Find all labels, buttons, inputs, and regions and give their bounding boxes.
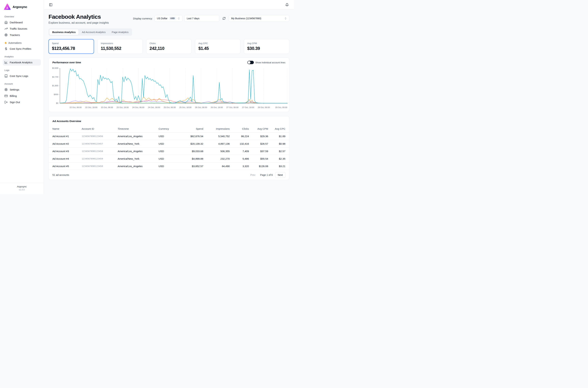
cell-avg-cpm: $126.08	[251, 163, 270, 170]
table-row[interactable]: Ad Account #31234567890123458America/Los…	[49, 147, 289, 155]
business-select[interactable]: My Business (1234567890)	[229, 15, 289, 22]
toggle-knob	[248, 61, 250, 64]
stat-cards: Spend $123,456.78Impressions 11,530,552C…	[49, 39, 289, 54]
column-header-spend: Spend	[178, 125, 205, 133]
page-indicator: Page 1 of 6	[260, 173, 273, 176]
cell-avg-cpm: $55.54	[251, 155, 270, 163]
cell-avg-cpc: $3.21	[270, 163, 289, 170]
cell-name: Ad Account #3	[49, 147, 80, 155]
cell-impressions: 232,270	[205, 155, 231, 163]
ad-accounts-card: Ad Accounts Overview NameAccount IDTimez…	[49, 116, 289, 180]
account-lines-toggle-label: Show individual account lines	[255, 61, 285, 64]
next-page-button[interactable]: Next	[275, 172, 285, 178]
sidebar-item-trackers[interactable]: Trackers	[3, 32, 41, 38]
stat-card-avg-cpc[interactable]: Avg CPC $1.45	[195, 39, 240, 54]
prev-page-button[interactable]: Prev	[248, 172, 258, 178]
column-header-impressions: Impressions	[205, 125, 231, 133]
cell-impressions: 84,490	[205, 163, 231, 170]
sidebar-item-dashboard[interactable]: Dashboard	[3, 19, 41, 25]
nav-section-label-logs: Logs	[3, 69, 41, 72]
notifications-button[interactable]	[284, 2, 290, 8]
sidebar-item-label: Cost Sync Logs	[10, 74, 28, 78]
analytics-tabs: Business AnalyticsAd Account AnalyticsPa…	[49, 28, 132, 36]
stat-card-impressions[interactable]: Impressions 11,530,552	[97, 39, 143, 54]
chart-title: Performance over time	[52, 61, 81, 64]
sidebar-item-facebook-analytics[interactable]: Facebook Analytics	[3, 59, 41, 66]
table-footer: 51 ad accounts Prev Page 1 of 6 Next	[49, 170, 289, 180]
nav-section-label-automations: Automations	[3, 42, 41, 44]
sidebar-item-label: Traffic Sources	[10, 27, 27, 30]
cell-currency: USD	[157, 155, 178, 163]
cell-account-id: 1234567890123456	[80, 133, 116, 140]
page-title: Facebook Analytics	[49, 14, 109, 20]
tab-business-analytics[interactable]: Business Analytics	[49, 29, 79, 35]
app-logo[interactable]: Argosync	[3, 3, 41, 12]
table-row[interactable]: Ad Account #51234567890123450America/Los…	[49, 163, 289, 170]
cell-avg-cpc: $0.98	[270, 140, 289, 147]
cell-name: Ad Account #1	[49, 133, 80, 140]
sidebar-item-label: Sign Out	[10, 101, 20, 104]
stat-label: Avg CPM	[247, 42, 286, 45]
currency-select[interactable]: US Dollar USD	[155, 15, 182, 22]
account-lines-toggle[interactable]	[247, 61, 254, 64]
sidebar-item-sign-out[interactable]: Sign Out	[3, 99, 41, 105]
column-header-account-id: Account ID	[80, 125, 116, 133]
tab-page-analytics[interactable]: Page Analytics	[109, 29, 131, 35]
stat-value: $123,456.78	[52, 46, 91, 51]
currency-badge: USD	[169, 17, 176, 20]
argosync-logo-icon	[4, 3, 11, 11]
cell-currency: USD	[157, 133, 178, 140]
sidebar-item-traffic-sources[interactable]: Traffic Sources	[3, 25, 41, 32]
cell-avg-cpc: $2.35	[270, 155, 289, 163]
panel-left-icon	[49, 3, 52, 6]
table-row[interactable]: Ad Account #21234567890123457America/New…	[49, 140, 289, 147]
table-row[interactable]: Ad Account #11234567890123456America/Los…	[49, 133, 289, 140]
stat-card-spend[interactable]: Spend $123,456.78	[49, 39, 94, 54]
zap-icon	[4, 42, 7, 44]
cell-account-id: 1234567890123450	[80, 163, 116, 170]
table-row[interactable]: Ad Account #41234567890123459America/New…	[49, 155, 289, 163]
cell-name: Ad Account #5	[49, 163, 80, 170]
footer-app-version: v1.0.0	[3, 189, 41, 191]
sidebar-item-label: Billing	[10, 95, 17, 97]
credit-card-icon	[4, 94, 8, 97]
date-range-select[interactable]: Last 7 days	[184, 15, 219, 22]
cell-spend: $20,139.32	[178, 140, 205, 147]
svg-text:26 Oct, 06:00: 26 Oct, 06:00	[195, 106, 207, 109]
svg-text:25 Oct, 18:00: 25 Oct, 18:00	[179, 106, 192, 109]
refresh-button[interactable]	[221, 16, 227, 21]
cell-spend: $62,676.54	[178, 133, 205, 140]
cell-avg-cpm: $29.36	[251, 133, 270, 140]
sidebar-toggle-button[interactable]	[48, 2, 54, 8]
cell-timezone: America/Los_Angeles	[116, 147, 157, 155]
pagination: Prev Page 1 of 6 Next	[248, 172, 285, 178]
chevrons-up-down-icon	[284, 17, 287, 20]
column-header-name: Name	[49, 125, 80, 133]
nav-section-overview: OverviewDashboardTraffic SourcesTrackers	[3, 15, 41, 38]
cell-avg-cpm: $26.57	[251, 140, 270, 147]
stat-card-avg-cpm[interactable]: Avg CPM $30.39	[244, 39, 289, 54]
svg-text:$1,800: $1,800	[52, 85, 58, 87]
svg-text:25 Oct, 06:00: 25 Oct, 06:00	[164, 106, 176, 109]
svg-text:22 Oct, 06:00: 22 Oct, 06:00	[70, 106, 82, 109]
sidebar-item-cost-sync-profiles[interactable]: Cost Sync Profiles	[3, 46, 41, 52]
cell-name: Ad Account #4	[49, 155, 80, 163]
sidebar-item-cost-sync-logs[interactable]: Cost Sync Logs	[3, 73, 41, 79]
tab-ad-account-analytics[interactable]: Ad Account Analytics	[79, 29, 108, 35]
cell-spend: $3,652.57	[178, 163, 205, 170]
svg-text:$3,600: $3,600	[52, 67, 58, 69]
sidebar-item-billing[interactable]: Billing	[3, 93, 41, 99]
performance-chart: 22 Oct, 06:0022 Oct, 18:0023 Oct, 06:002…	[49, 67, 289, 109]
cell-name: Ad Account #2	[49, 140, 80, 147]
cell-clicks: 86,224	[231, 133, 251, 140]
sidebar-item-label: Dashboard	[10, 21, 23, 24]
cell-impressions: 4,897,136	[205, 140, 231, 147]
page-content: Facebook Analytics Explore business, ad …	[44, 10, 294, 194]
cell-timezone: America/Los_Angeles	[116, 133, 157, 140]
stat-card-clicks[interactable]: Clicks 242,110	[146, 39, 192, 54]
sidebar-item-settings[interactable]: Settings	[3, 86, 41, 93]
page-header: Facebook Analytics Explore business, ad …	[49, 14, 289, 24]
svg-text:$900: $900	[54, 93, 58, 96]
sidebar: Argosync OverviewDashboardTraffic Source…	[0, 0, 44, 194]
cell-spend: $4,899.88	[178, 155, 205, 163]
